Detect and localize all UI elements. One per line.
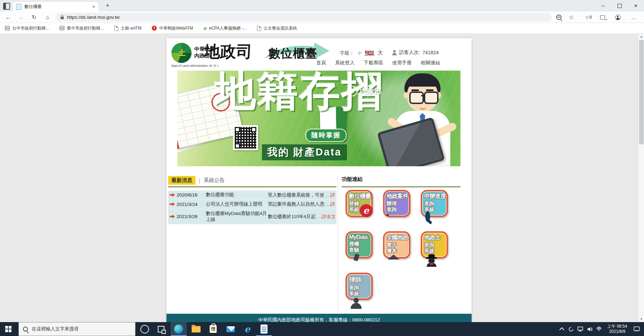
function-links-divider bbox=[342, 186, 460, 187]
qr-corner bbox=[235, 143, 240, 149]
tab-title: 數位櫃臺 bbox=[24, 4, 90, 10]
cortana-button[interactable] bbox=[137, 322, 153, 336]
tray-ime-indicator[interactable]: 中 bbox=[594, 322, 604, 336]
scroll-up-arrow[interactable]: ▲ bbox=[638, 34, 644, 40]
tray-show-hidden-icons[interactable] bbox=[557, 322, 566, 336]
favorites-bar-button[interactable]: ☆ bbox=[582, 13, 592, 22]
favorite-star-button[interactable]: ☆ bbox=[566, 13, 576, 22]
tile-mydata-verification[interactable]: MyData 授權查驗 bbox=[346, 231, 373, 258]
nav-home[interactable]: 首頁 bbox=[316, 60, 326, 66]
scroll-down-arrow[interactable]: ▼ bbox=[638, 316, 644, 322]
bookmark-item[interactable]: 臺中市政府行動辦... bbox=[60, 25, 104, 31]
font-size-large[interactable]: 大 bbox=[378, 49, 383, 57]
tray-sync-icon[interactable] bbox=[566, 322, 575, 336]
settings-menu-button[interactable]: … bbox=[629, 13, 639, 22]
start-button[interactable] bbox=[0, 322, 17, 336]
tab-system-announcements[interactable]: 系統公告 bbox=[204, 177, 225, 184]
read-more-link[interactable]: 詳全文 bbox=[331, 192, 335, 198]
address-bar[interactable]: https://dc.land.moi.gov.tw bbox=[56, 13, 552, 22]
bookmark-item[interactable]: 台中市政府行動辦... bbox=[5, 25, 49, 31]
qr-corner bbox=[235, 127, 240, 132]
tab-actions-icon[interactable] bbox=[3, 3, 10, 10]
back-button[interactable]: ← bbox=[3, 13, 13, 22]
taskbar-mail[interactable] bbox=[223, 322, 239, 336]
scrollbar-thumb[interactable] bbox=[639, 40, 644, 144]
page-scrollbar[interactable]: ▲ ▼ bbox=[638, 34, 644, 322]
tab-latest-news[interactable]: 最新消息 bbox=[168, 176, 195, 185]
collections-button[interactable] bbox=[598, 13, 607, 22]
search-icon bbox=[23, 327, 28, 331]
new-tab-button[interactable]: + bbox=[103, 1, 112, 10]
banner-moi-label: 內政部 bbox=[360, 86, 382, 96]
nav-manual[interactable]: 使用手冊 bbox=[392, 60, 412, 66]
file-explorer-icon bbox=[192, 326, 201, 333]
read-more-link[interactable]: 詳全文 bbox=[322, 214, 335, 219]
action-center-button[interactable] bbox=[631, 322, 642, 336]
news-title[interactable]: 數位櫃臺MyData查驗功能4月上線 bbox=[206, 211, 268, 223]
taskbar-internet-explorer[interactable]: e bbox=[239, 322, 255, 336]
taskbar-search-input[interactable]: 在這裡輸入文字來搜尋 bbox=[18, 322, 135, 336]
tile-land-agent-inquiry[interactable]: 地政士 查詢系統 bbox=[421, 231, 448, 258]
read-more-link[interactable]: 詳全文 bbox=[331, 201, 335, 207]
bookmark-item[interactable]: 公文整合資訊系統 bbox=[257, 25, 297, 31]
visitor-count: 741824 bbox=[422, 50, 439, 55]
taskbar-document-app[interactable] bbox=[256, 322, 272, 336]
zoom-out-icon[interactable] bbox=[554, 13, 564, 22]
tray-clock[interactable]: 上午 08:54 2021/6/9 bbox=[605, 322, 630, 336]
hero-banner[interactable]: 地籍存摺 內政部 隨時掌握 我的 財產Data bbox=[177, 71, 460, 166]
tile-land-case-inquiry[interactable]: 地政案件 辦理查詢 bbox=[383, 190, 410, 217]
tab-favicon bbox=[16, 4, 22, 10]
nav-related-links[interactable]: 相關連結 bbox=[421, 60, 440, 66]
tile-application-progress[interactable]: 申辦進度 查詢系統 bbox=[421, 190, 448, 217]
e-badge-icon: e bbox=[360, 204, 372, 217]
moi-land-logo[interactable]: 土 bbox=[171, 43, 192, 63]
font-size-small[interactable]: 小 bbox=[357, 50, 362, 56]
profile-icon bbox=[615, 15, 621, 20]
tray-volume-icon[interactable] bbox=[585, 322, 595, 336]
task-view-button[interactable] bbox=[153, 322, 169, 336]
minimize-button[interactable]: ─ bbox=[595, 0, 611, 11]
tile-digital-counter-login[interactable]: 數位櫃臺 登錄系統 e bbox=[346, 190, 373, 217]
news-divider bbox=[168, 186, 336, 187]
news-title[interactable]: 公司法人也可辦理線上聲明 bbox=[206, 201, 268, 207]
taskbar-file-explorer[interactable] bbox=[188, 322, 204, 336]
maximize-button[interactable] bbox=[611, 0, 628, 11]
nav-downloads[interactable]: 下載專區 bbox=[364, 60, 383, 66]
news-excerpt: 數位櫃臺於110年4月起....詳全文 bbox=[268, 214, 335, 220]
list-icon bbox=[5, 26, 10, 31]
browser-tab[interactable]: 數位櫃臺 × bbox=[13, 2, 99, 11]
arrow-bullet-icon bbox=[170, 215, 175, 218]
main-nav: 首頁 系統登入 下載專區 使用手冊 相關連結 bbox=[316, 60, 440, 66]
taskbar-edge[interactable] bbox=[171, 322, 187, 336]
taskbar-store[interactable] bbox=[205, 322, 221, 336]
news-excerpt: 登記案件義務人以自然人憑....詳全文 bbox=[268, 201, 335, 207]
news-row[interactable]: 2021/3/26 數位櫃臺MyData查驗功能4月上線 數位櫃臺於110年4月… bbox=[168, 209, 336, 224]
tab-close-icon[interactable]: × bbox=[92, 4, 95, 9]
home-button[interactable]: ⌂ bbox=[42, 13, 52, 22]
tile-lawyer-inquiry[interactable]: 律師 查詢系統 bbox=[346, 273, 373, 300]
close-button[interactable]: × bbox=[628, 0, 644, 11]
news-row[interactable]: 2020/6/16 數位櫃臺功能 登入數位櫃臺系統後，可使....詳全文 bbox=[168, 191, 336, 200]
search-placeholder: 在這裡輸入文字來搜尋 bbox=[32, 326, 79, 332]
font-size-switcher: 字級： 小 預設 大 bbox=[340, 49, 383, 57]
tray-network-icon[interactable] bbox=[575, 322, 585, 336]
page-viewport: 土 中華民國 內政部 地政司 Dept of Land Administrati… bbox=[0, 34, 644, 322]
font-size-label: 字級： bbox=[340, 50, 354, 56]
font-size-default[interactable]: 預設 bbox=[365, 50, 374, 56]
bookmarks-bar: 台中市政府行動辦... 臺中市政府行動辦... 土銀-eATM T中華郵政Web… bbox=[0, 23, 644, 34]
bookmark-item[interactable]: eeCPA人事服務網 -... bbox=[203, 25, 247, 31]
nav-login[interactable]: 系統登入 bbox=[335, 60, 355, 66]
cortana-icon bbox=[140, 325, 149, 334]
banner-subtitle: 我的 財產Data bbox=[262, 144, 347, 160]
news-row[interactable]: 2021/3/24 公司法人也可辦理線上聲明 登記案件義務人以自然人憑....詳… bbox=[168, 200, 336, 209]
bookmark-label: 公文整合資訊系統 bbox=[264, 25, 297, 31]
refresh-button[interactable]: ↻ bbox=[29, 13, 39, 22]
news-title[interactable]: 數位櫃臺功能 bbox=[206, 192, 268, 198]
task-view-icon bbox=[158, 326, 164, 333]
profile-button[interactable] bbox=[613, 13, 623, 22]
bookmark-item[interactable]: T中華郵政WebATM bbox=[152, 25, 193, 31]
tile-national-land-transcript[interactable]: 全國地政 電子謄本 bbox=[383, 231, 410, 258]
bookmark-item[interactable]: 土銀-eATM bbox=[114, 25, 141, 31]
windows-logo-icon bbox=[5, 326, 11, 332]
url-text[interactable]: https://dc.land.moi.gov.tw bbox=[67, 15, 119, 20]
